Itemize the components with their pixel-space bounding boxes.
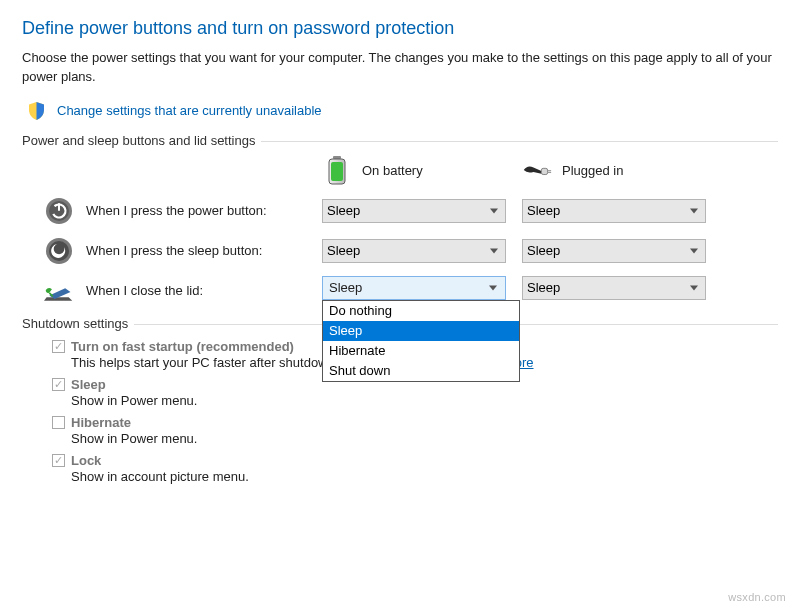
lid-plugged-select[interactable]: Sleep <box>522 276 706 300</box>
hibernate-desc: Show in Power menu. <box>71 430 778 448</box>
hibernate-label: Hibernate <box>71 415 131 430</box>
lid-battery-select[interactable]: Sleep <box>322 276 506 300</box>
page-intro: Choose the power settings that you want … <box>22 49 778 87</box>
row-power-button: When I press the power button: Sleep Sle… <box>22 196 778 226</box>
fast-startup-label: Turn on fast startup (recommended) <box>71 339 294 354</box>
svg-rect-5 <box>548 172 552 173</box>
svg-rect-2 <box>331 162 343 181</box>
lid-icon <box>44 276 74 306</box>
sleep-checkbox[interactable] <box>52 378 65 391</box>
battery-icon <box>322 156 352 186</box>
fast-startup-checkbox[interactable] <box>52 340 65 353</box>
lid-option-do-nothing[interactable]: Do nothing <box>323 301 519 321</box>
sleep-button-icon <box>44 236 74 266</box>
watermark: wsxdn.com <box>728 591 786 603</box>
power-sleep-group: Power and sleep buttons and lid settings… <box>22 141 778 306</box>
lock-checkbox[interactable] <box>52 454 65 467</box>
lock-label: Lock <box>71 453 101 468</box>
column-plugged-label: Plugged in <box>562 163 623 178</box>
sleep-button-row-label: When I press the sleep button: <box>86 243 262 258</box>
sleep-desc: Show in Power menu. <box>71 392 778 410</box>
group2-label: Shutdown settings <box>22 316 134 331</box>
lid-battery-dropdown: Do nothing Sleep Hibernate Shut down <box>322 300 520 382</box>
svg-rect-3 <box>541 168 547 174</box>
svg-rect-4 <box>548 170 552 171</box>
lock-item: Lock Show in account picture menu. <box>52 453 778 486</box>
hibernate-checkbox[interactable] <box>52 416 65 429</box>
svg-rect-9 <box>58 203 60 211</box>
sleep-button-plugged-select[interactable]: Sleep <box>522 239 706 263</box>
power-button-plugged-select[interactable]: Sleep <box>522 199 706 223</box>
row-lid-close: When I close the lid: Sleep Do nothing S… <box>22 276 778 306</box>
page-title: Define power buttons and turn on passwor… <box>22 18 778 39</box>
lock-desc: Show in account picture menu. <box>71 468 778 486</box>
lid-battery-select-value: Sleep <box>329 280 362 295</box>
power-button-row-label: When I press the power button: <box>86 203 267 218</box>
lid-option-hibernate[interactable]: Hibernate <box>323 341 519 361</box>
plug-icon <box>522 156 552 186</box>
column-battery-label: On battery <box>362 163 423 178</box>
sleep-item: Sleep Show in Power menu. <box>52 377 778 410</box>
admin-link[interactable]: Change settings that are currently unava… <box>57 103 322 118</box>
row-sleep-button: When I press the sleep button: Sleep Sle… <box>22 236 778 266</box>
lid-option-shut-down[interactable]: Shut down <box>323 361 519 381</box>
lid-option-sleep[interactable]: Sleep <box>323 321 519 341</box>
power-button-battery-select[interactable]: Sleep <box>322 199 506 223</box>
sleep-label: Sleep <box>71 377 106 392</box>
group1-label: Power and sleep buttons and lid settings <box>22 133 261 148</box>
lid-row-label: When I close the lid: <box>86 283 203 298</box>
shield-icon <box>22 97 50 125</box>
hibernate-item: Hibernate Show in Power menu. <box>52 415 778 448</box>
sleep-button-battery-select[interactable]: Sleep <box>322 239 506 263</box>
power-button-icon <box>44 196 74 226</box>
